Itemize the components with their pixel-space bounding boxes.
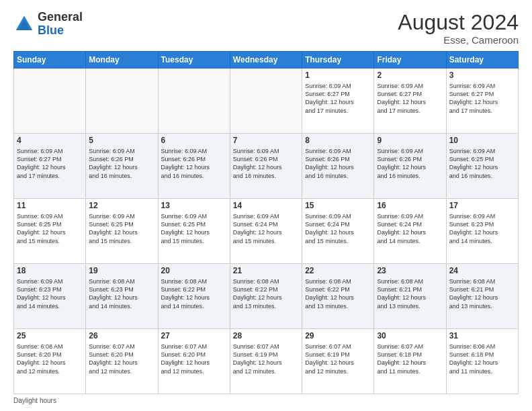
logo-general-text: General bbox=[38, 10, 83, 24]
day-cell: 4Sunrise: 6:09 AM Sunset: 6:27 PM Daylig… bbox=[14, 134, 86, 199]
day-cell: 16Sunrise: 6:09 AM Sunset: 6:24 PM Dayli… bbox=[374, 199, 446, 264]
logo: General Blue bbox=[13, 11, 83, 38]
day-number: 17 bbox=[449, 201, 515, 212]
day-info: Sunrise: 6:09 AM Sunset: 6:23 PM Dayligh… bbox=[449, 213, 498, 244]
day-cell: 6Sunrise: 6:09 AM Sunset: 6:26 PM Daylig… bbox=[158, 134, 230, 199]
day-info: Sunrise: 6:09 AM Sunset: 6:24 PM Dayligh… bbox=[233, 213, 282, 244]
calendar-table: SundayMondayTuesdayWednesdayThursdayFrid… bbox=[13, 51, 519, 394]
day-info: Sunrise: 6:08 AM Sunset: 6:21 PM Dayligh… bbox=[449, 278, 498, 310]
day-info: Sunrise: 6:09 AM Sunset: 6:27 PM Dayligh… bbox=[17, 148, 66, 179]
day-number: 5 bbox=[89, 136, 154, 146]
day-info: Sunrise: 6:07 AM Sunset: 6:19 PM Dayligh… bbox=[233, 343, 282, 375]
day-number: 25 bbox=[17, 331, 83, 342]
day-number: 8 bbox=[305, 136, 371, 146]
weekday-header-friday: Friday bbox=[374, 52, 446, 68]
day-cell: 10Sunrise: 6:09 AM Sunset: 6:25 PM Dayli… bbox=[446, 134, 518, 199]
footer-note: Daylight hours bbox=[13, 397, 519, 404]
day-cell: 22Sunrise: 6:08 AM Sunset: 6:22 PM Dayli… bbox=[302, 264, 374, 329]
week-row-3: 11Sunrise: 6:09 AM Sunset: 6:25 PM Dayli… bbox=[14, 199, 519, 264]
day-number: 31 bbox=[449, 331, 515, 342]
day-cell: 9Sunrise: 6:09 AM Sunset: 6:26 PM Daylig… bbox=[374, 134, 446, 199]
day-number: 12 bbox=[89, 201, 154, 212]
day-number: 30 bbox=[377, 331, 443, 342]
day-number: 9 bbox=[377, 136, 443, 146]
day-cell: 21Sunrise: 6:08 AM Sunset: 6:22 PM Dayli… bbox=[230, 264, 302, 329]
page: General Blue August 2024 Esse, Cameroon … bbox=[0, 0, 532, 411]
day-info: Sunrise: 6:09 AM Sunset: 6:27 PM Dayligh… bbox=[449, 83, 498, 114]
day-number: 22 bbox=[305, 266, 371, 277]
weekday-header-row: SundayMondayTuesdayWednesdayThursdayFrid… bbox=[14, 52, 519, 68]
day-info: Sunrise: 6:06 AM Sunset: 6:18 PM Dayligh… bbox=[449, 343, 498, 375]
day-number: 29 bbox=[305, 331, 371, 342]
day-number: 28 bbox=[233, 331, 299, 342]
weekday-header-saturday: Saturday bbox=[446, 52, 518, 68]
day-cell: 20Sunrise: 6:08 AM Sunset: 6:22 PM Dayli… bbox=[158, 264, 230, 329]
day-number: 14 bbox=[233, 201, 299, 212]
day-number: 1 bbox=[305, 71, 371, 81]
day-cell: 8Sunrise: 6:09 AM Sunset: 6:26 PM Daylig… bbox=[302, 134, 374, 199]
day-cell: 18Sunrise: 6:09 AM Sunset: 6:23 PM Dayli… bbox=[14, 264, 86, 329]
day-cell: 19Sunrise: 6:08 AM Sunset: 6:23 PM Dayli… bbox=[86, 264, 158, 329]
weekday-header-wednesday: Wednesday bbox=[230, 52, 302, 68]
day-number: 19 bbox=[89, 266, 154, 277]
day-cell: 30Sunrise: 6:07 AM Sunset: 6:18 PM Dayli… bbox=[374, 329, 446, 394]
weekday-header-monday: Monday bbox=[86, 52, 158, 68]
day-cell: 13Sunrise: 6:09 AM Sunset: 6:25 PM Dayli… bbox=[158, 199, 230, 264]
day-number: 11 bbox=[17, 201, 83, 212]
day-info: Sunrise: 6:08 AM Sunset: 6:22 PM Dayligh… bbox=[233, 278, 282, 310]
day-info: Sunrise: 6:09 AM Sunset: 6:26 PM Dayligh… bbox=[233, 148, 282, 179]
month-year: August 2024 bbox=[398, 11, 519, 34]
day-number: 26 bbox=[89, 331, 154, 342]
weekday-header-thursday: Thursday bbox=[302, 52, 374, 68]
day-cell: 24Sunrise: 6:08 AM Sunset: 6:21 PM Dayli… bbox=[446, 264, 518, 329]
day-info: Sunrise: 6:09 AM Sunset: 6:25 PM Dayligh… bbox=[449, 148, 498, 179]
day-number: 27 bbox=[161, 331, 227, 342]
day-number: 13 bbox=[161, 201, 227, 212]
day-cell: 31Sunrise: 6:06 AM Sunset: 6:18 PM Dayli… bbox=[446, 329, 518, 394]
day-info: Sunrise: 6:09 AM Sunset: 6:25 PM Dayligh… bbox=[89, 213, 138, 244]
day-number: 6 bbox=[161, 136, 227, 146]
day-info: Sunrise: 6:09 AM Sunset: 6:24 PM Dayligh… bbox=[377, 213, 426, 244]
day-info: Sunrise: 6:08 AM Sunset: 6:22 PM Dayligh… bbox=[305, 278, 354, 310]
day-cell: 12Sunrise: 6:09 AM Sunset: 6:25 PM Dayli… bbox=[86, 199, 158, 264]
day-cell: 14Sunrise: 6:09 AM Sunset: 6:24 PM Dayli… bbox=[230, 199, 302, 264]
day-cell: 5Sunrise: 6:09 AM Sunset: 6:26 PM Daylig… bbox=[86, 134, 158, 199]
day-cell: 17Sunrise: 6:09 AM Sunset: 6:23 PM Dayli… bbox=[446, 199, 518, 264]
day-cell: 26Sunrise: 6:07 AM Sunset: 6:20 PM Dayli… bbox=[86, 329, 158, 394]
day-cell: 25Sunrise: 6:08 AM Sunset: 6:20 PM Dayli… bbox=[14, 329, 86, 394]
logo-icon bbox=[13, 13, 35, 35]
day-info: Sunrise: 6:07 AM Sunset: 6:18 PM Dayligh… bbox=[377, 343, 426, 375]
day-number: 16 bbox=[377, 201, 443, 212]
day-info: Sunrise: 6:09 AM Sunset: 6:26 PM Dayligh… bbox=[89, 148, 138, 179]
day-number: 4 bbox=[17, 136, 83, 146]
week-row-4: 18Sunrise: 6:09 AM Sunset: 6:23 PM Dayli… bbox=[14, 264, 519, 329]
day-cell: 1Sunrise: 6:09 AM Sunset: 6:27 PM Daylig… bbox=[302, 68, 374, 134]
day-info: Sunrise: 6:08 AM Sunset: 6:23 PM Dayligh… bbox=[89, 278, 138, 310]
day-info: Sunrise: 6:09 AM Sunset: 6:26 PM Dayligh… bbox=[377, 148, 426, 179]
day-cell: 28Sunrise: 6:07 AM Sunset: 6:19 PM Dayli… bbox=[230, 329, 302, 394]
day-cell bbox=[86, 68, 158, 134]
day-cell: 3Sunrise: 6:09 AM Sunset: 6:27 PM Daylig… bbox=[446, 68, 518, 134]
day-info: Sunrise: 6:08 AM Sunset: 6:20 PM Dayligh… bbox=[17, 343, 66, 375]
day-cell: 27Sunrise: 6:07 AM Sunset: 6:20 PM Dayli… bbox=[158, 329, 230, 394]
weekday-header-sunday: Sunday bbox=[14, 52, 86, 68]
day-info: Sunrise: 6:07 AM Sunset: 6:20 PM Dayligh… bbox=[161, 343, 210, 375]
day-number: 2 bbox=[377, 71, 443, 81]
title-block: August 2024 Esse, Cameroon bbox=[398, 11, 519, 46]
week-row-1: 1Sunrise: 6:09 AM Sunset: 6:27 PM Daylig… bbox=[14, 68, 519, 134]
day-number: 15 bbox=[305, 201, 371, 212]
day-cell: 7Sunrise: 6:09 AM Sunset: 6:26 PM Daylig… bbox=[230, 134, 302, 199]
week-row-2: 4Sunrise: 6:09 AM Sunset: 6:27 PM Daylig… bbox=[14, 134, 519, 199]
day-number: 3 bbox=[449, 71, 515, 81]
day-cell: 11Sunrise: 6:09 AM Sunset: 6:25 PM Dayli… bbox=[14, 199, 86, 264]
day-number: 21 bbox=[233, 266, 299, 277]
day-info: Sunrise: 6:09 AM Sunset: 6:26 PM Dayligh… bbox=[161, 148, 210, 179]
day-info: Sunrise: 6:08 AM Sunset: 6:22 PM Dayligh… bbox=[161, 278, 210, 310]
day-info: Sunrise: 6:09 AM Sunset: 6:25 PM Dayligh… bbox=[17, 213, 66, 244]
day-number: 23 bbox=[377, 266, 443, 277]
day-number: 7 bbox=[233, 136, 299, 146]
day-number: 18 bbox=[17, 266, 83, 277]
day-info: Sunrise: 6:09 AM Sunset: 6:26 PM Dayligh… bbox=[305, 148, 354, 179]
day-cell: 2Sunrise: 6:09 AM Sunset: 6:27 PM Daylig… bbox=[374, 68, 446, 134]
day-number: 24 bbox=[449, 266, 515, 277]
